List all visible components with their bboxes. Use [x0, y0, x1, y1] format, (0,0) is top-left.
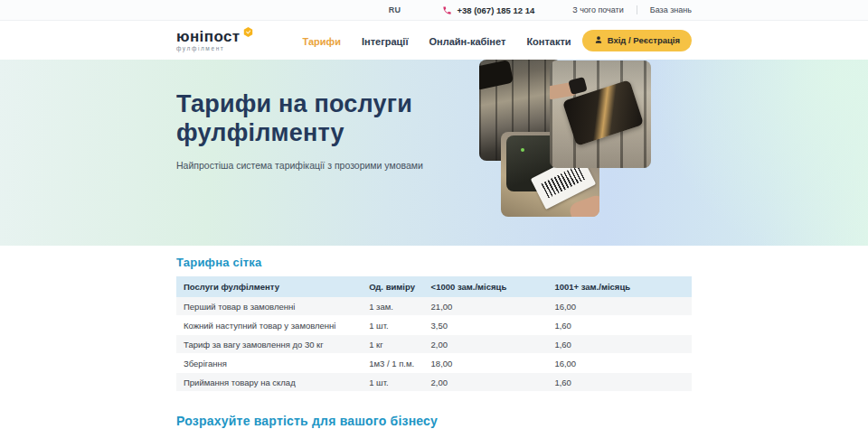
table-cell: Перший товар в замовленні	[176, 297, 362, 316]
login-register-label: Вхід / Реєстрація	[608, 35, 680, 45]
table-cell: 1 шт.	[362, 316, 423, 335]
navbar-inner: юніпост фулфілмент Тарифи Інтеграції Онл…	[176, 21, 692, 60]
language-switcher[interactable]: RU	[389, 5, 401, 14]
package-scanning-photo	[550, 61, 651, 168]
table-cell: 16,00	[547, 354, 692, 373]
topbar-link-getting-started[interactable]: З чого почати	[572, 5, 624, 14]
pricing-table: Послуги фулфілментуОд. виміру<1000 зам./…	[176, 276, 692, 392]
nav-item-online-cabinet[interactable]: Онлайн-кабінет	[429, 36, 506, 47]
column-header: Послуги фулфілменту	[176, 276, 362, 297]
table-cell: Зберігання	[176, 354, 362, 373]
scanner-shape	[568, 77, 588, 95]
nav-item-contacts[interactable]: Контакти	[526, 36, 571, 47]
nav-item-integrations[interactable]: Інтеграції	[362, 36, 409, 47]
nav-item-tariffs[interactable]: Тарифи	[303, 36, 341, 47]
phone-link[interactable]: +38 (067) 185 12 14	[442, 5, 534, 15]
table-cell: 2,00	[424, 335, 548, 354]
column-header: Од. виміру	[362, 276, 423, 297]
table-row: Перший товар в замовленні1 зам.21,0016,0…	[176, 297, 692, 316]
table-cell: 21,00	[424, 297, 548, 316]
login-register-button[interactable]: Вхід / Реєстрація	[582, 30, 692, 51]
table-cell: 1 шт.	[362, 373, 423, 392]
hero-section: Тарифи на послуги фулфілменту Найпростіш…	[0, 60, 868, 246]
column-header: 1001+ зам./місяць	[547, 276, 692, 297]
worker-arm-shape	[479, 60, 514, 90]
table-cell: 1,60	[547, 316, 692, 335]
table-cell: 1 зам.	[362, 297, 423, 316]
table-row: Зберігання1м3 / 1 п.м.18,0016,00	[176, 354, 692, 373]
nav-links: Тарифи Інтеграції Онлайн-кабінет Контакт…	[303, 33, 571, 49]
table-cell: 1м3 / 1 п.м.	[362, 354, 423, 373]
logo[interactable]: юніпост фулфілмент	[176, 29, 254, 52]
table-row: Кожний наступний товар у замовленні1 шт.…	[176, 316, 692, 335]
pricing-table-header-row: Послуги фулфілментуОд. виміру<1000 зам./…	[176, 276, 692, 297]
logo-name: юніпост	[176, 29, 241, 44]
table-cell: 18,00	[424, 354, 548, 373]
table-row: Приймання товару на склад1 шт.2,001,60	[176, 373, 692, 392]
table-cell: 1 кг	[362, 335, 423, 354]
table-cell: Тариф за вагу замовлення до 30 кг	[176, 335, 362, 354]
phone-icon	[442, 5, 452, 15]
main-navbar: юніпост фулфілмент Тарифи Інтеграції Онл…	[0, 21, 868, 60]
logo-tagline: фулфілмент	[176, 46, 254, 52]
table-cell: 3,50	[424, 316, 548, 335]
table-cell: Приймання товару на склад	[176, 373, 362, 392]
table-cell: 1,60	[547, 335, 692, 354]
table-cell: 16,00	[547, 297, 692, 316]
table-cell: 1,60	[547, 373, 692, 392]
topbar-divider	[637, 5, 637, 14]
person-icon	[594, 35, 603, 46]
hero-photo-collage	[0, 60, 868, 246]
pricing-table-body: Перший товар в замовленні1 зам.21,0016,0…	[176, 297, 692, 392]
top-utility-bar: RU +38 (067) 185 12 14 З чого почати Баз…	[0, 0, 868, 21]
column-header: <1000 зам./місяць	[424, 276, 548, 297]
pricing-section-title: Тарифна сітка	[176, 256, 692, 269]
topbar-link-knowledge-base[interactable]: База знань	[650, 5, 692, 14]
phone-number: +38 (067) 185 12 14	[457, 5, 534, 15]
hand-shape	[568, 193, 599, 217]
logo-cube-icon	[242, 26, 254, 41]
barcode-shape	[541, 165, 585, 199]
logo-row: юніпост	[176, 29, 254, 44]
calculator-section-title: Розрахуйте вартість для вашого бізнесу	[176, 414, 692, 428]
topbar-inner: RU +38 (067) 185 12 14 З чого почати Баз…	[176, 0, 692, 20]
main-content: Тарифна сітка Послуги фулфілментуОд. вим…	[176, 256, 692, 428]
printer-led-shape	[521, 148, 524, 152]
table-cell: 2,00	[424, 373, 548, 392]
page: RU +38 (067) 185 12 14 З чого почати Баз…	[0, 0, 868, 429]
table-cell: Кожний наступний товар у замовленні	[176, 316, 362, 335]
table-row: Тариф за вагу замовлення до 30 кг1 кг2,0…	[176, 335, 692, 354]
